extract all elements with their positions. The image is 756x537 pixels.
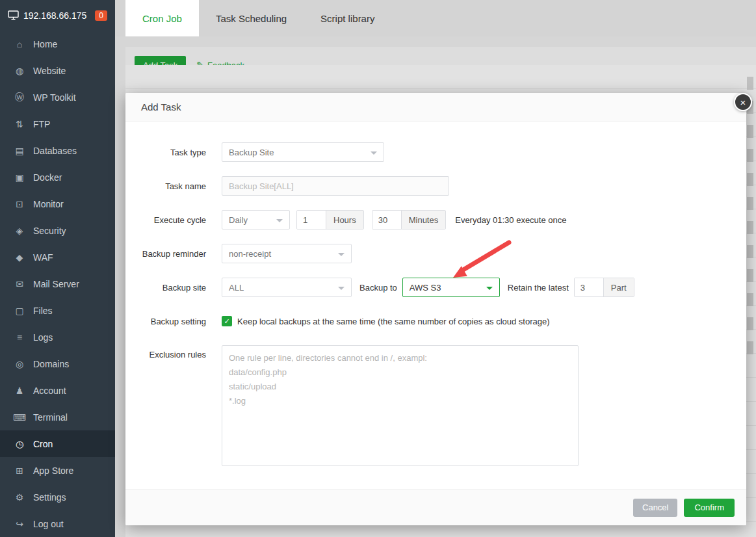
sidebar: 192.168.66.175 0 ⌂ Home ◍ Website Ⓦ WP T… xyxy=(0,0,115,537)
files-icon: ▢ xyxy=(13,306,26,316)
sidebar-item[interactable]: ▣ Docker xyxy=(0,164,115,190)
sidebar-item[interactable]: ♟ Account xyxy=(0,377,115,404)
sidebar-item[interactable]: ⌨ Terminal xyxy=(0,404,115,430)
sidebar-item-label: WAF xyxy=(33,252,53,263)
sidebar-nav: ⌂ Home ◍ Website Ⓦ WP Toolkit ⇅ FTP xyxy=(0,31,115,537)
backup-reminder-value: non-receipt xyxy=(229,249,271,259)
retain-unit: Part xyxy=(603,278,634,296)
backup-setting-label: Backup setting xyxy=(141,317,206,326)
task-type-select[interactable]: Backup Site xyxy=(222,142,384,162)
sidebar-item[interactable]: ◎ Domains xyxy=(0,350,115,377)
tab-task-scheduling[interactable]: Task Scheduling xyxy=(199,0,304,36)
exclusion-rules-textarea[interactable] xyxy=(222,345,579,466)
sidebar-item-label: WP Toolkit xyxy=(33,92,76,103)
domains-icon: ◎ xyxy=(13,359,26,369)
add-task-modal: Add Task × Task type Backup Site Task na… xyxy=(125,93,746,525)
sidebar-item-label: Docker xyxy=(33,172,62,183)
cycle-period-select[interactable]: Daily xyxy=(222,210,290,229)
exclusion-rules-label: Exclusion rules xyxy=(141,350,206,360)
sidebar-item-label: App Store xyxy=(33,465,73,476)
add-task-form: Task type Backup Site Task name Execute … xyxy=(125,122,746,466)
tab-label: Script library xyxy=(320,13,374,24)
sidebar-item-label: Cron xyxy=(33,439,53,449)
sidebar-item[interactable]: ▢ Files xyxy=(0,297,115,324)
tab-label: Cron Job xyxy=(142,13,182,24)
mail-server-icon: ✉ xyxy=(13,279,26,289)
sidebar-item-label: Security xyxy=(33,226,66,236)
cron-icon: ◷ xyxy=(13,439,26,449)
sidebar-item[interactable]: ⊞ App Store xyxy=(0,457,115,484)
sidebar-item[interactable]: ◈ Security xyxy=(0,217,115,244)
retain-group: Part xyxy=(574,278,634,297)
settings-icon: ⚙ xyxy=(13,492,26,503)
task-type-value: Backup Site xyxy=(229,148,274,157)
sidebar-item[interactable]: ◆ WAF xyxy=(0,244,115,270)
sidebar-item[interactable]: Ⓦ WP Toolkit xyxy=(0,84,115,111)
backup-to-select[interactable]: AWS S3 xyxy=(402,278,500,297)
task-type-row: Task type Backup Site xyxy=(141,142,731,162)
tab-label: Task Scheduling xyxy=(216,13,287,24)
sidebar-item[interactable]: ↪ Log out xyxy=(0,510,115,537)
logs-icon: ≡ xyxy=(13,332,26,343)
modal-footer: Cancel Confirm xyxy=(125,489,746,525)
cycle-hour-unit: Hours xyxy=(326,211,363,229)
app-store-icon: ⊞ xyxy=(13,465,26,476)
keep-local-backups-checkbox[interactable] xyxy=(222,316,232,326)
sidebar-item[interactable]: ⊡ Monitor xyxy=(0,190,115,217)
cycle-hour-input[interactable] xyxy=(297,211,326,229)
tab-bar: Cron Job Task Scheduling Script library xyxy=(115,0,756,36)
tab-script-library[interactable]: Script library xyxy=(304,0,391,36)
security-icon: ◈ xyxy=(13,226,26,236)
task-type-label: Task type xyxy=(141,148,206,157)
sidebar-item[interactable]: ▤ Databases xyxy=(0,137,115,164)
exclusion-rules-row: Exclusion rules xyxy=(141,345,731,466)
sidebar-item-label: Website xyxy=(33,66,66,76)
execute-cycle-row: Execute cycle Daily Hours Minutes Everyd… xyxy=(141,210,731,229)
backup-setting-row: Backup setting Keep local backups at the… xyxy=(141,311,731,331)
sidebar-item-label: Account xyxy=(33,386,66,396)
databases-icon: ▤ xyxy=(13,146,26,156)
sidebar-item-label: Settings xyxy=(33,492,66,503)
modal-title: Add Task xyxy=(125,93,746,122)
sidebar-item[interactable]: ◷ Cron xyxy=(0,430,115,457)
task-name-label: Task name xyxy=(141,181,206,191)
task-name-input[interactable] xyxy=(222,176,449,196)
backup-reminder-select[interactable]: non-receipt xyxy=(222,244,352,263)
message-count-badge[interactable]: 0 xyxy=(95,10,107,21)
backup-site-row: Backup site ALL Backup to AWS S3 Retain … xyxy=(141,278,731,297)
sidebar-item[interactable]: ≡ Logs xyxy=(0,324,115,350)
backup-to-value: AWS S3 xyxy=(410,283,441,293)
cycle-period-value: Daily xyxy=(229,215,248,225)
retain-label: Retain the latest xyxy=(508,283,569,293)
cycle-minute-group: Minutes xyxy=(372,210,447,229)
backup-site-value: ALL xyxy=(229,283,244,293)
retain-input[interactable] xyxy=(575,278,603,296)
cycle-minute-unit: Minutes xyxy=(401,211,446,229)
close-icon[interactable]: × xyxy=(734,93,752,111)
backup-site-select[interactable]: ALL xyxy=(222,278,352,297)
monitor-icon: ⊡ xyxy=(13,199,26,209)
backup-to-label: Backup to xyxy=(359,283,397,293)
sidebar-item[interactable]: ⇅ FTP xyxy=(0,111,115,137)
sidebar-item[interactable]: ◍ Website xyxy=(0,57,115,84)
sidebar-item-label: Files xyxy=(33,306,53,316)
cycle-minute-input[interactable] xyxy=(372,211,401,229)
log-out-icon: ↪ xyxy=(13,519,26,529)
tab-cron-job[interactable]: Cron Job xyxy=(125,0,199,36)
sidebar-item-label: Home xyxy=(33,39,57,49)
backup-reminder-row: Backup reminder non-receipt xyxy=(141,244,731,263)
cycle-hour-group: Hours xyxy=(296,210,364,229)
server-selector[interactable]: 192.168.66.175 0 xyxy=(0,0,115,31)
sidebar-item-label: Databases xyxy=(33,146,77,156)
confirm-button[interactable]: Confirm xyxy=(684,499,735,517)
sidebar-item[interactable]: ✉ Mail Server xyxy=(0,270,115,297)
cancel-button[interactable]: Cancel xyxy=(633,499,677,517)
sidebar-item[interactable]: ⌂ Home xyxy=(0,31,115,57)
home-icon: ⌂ xyxy=(13,39,26,49)
sidebar-item[interactable]: ⚙ Settings xyxy=(0,484,115,510)
cycle-hint-text: Everyday 01:30 execute once xyxy=(455,215,566,225)
sidebar-item-label: Monitor xyxy=(33,199,64,209)
sidebar-item-label: Logs xyxy=(33,332,53,343)
execute-cycle-label: Execute cycle xyxy=(141,215,206,225)
task-name-row: Task name xyxy=(141,176,731,196)
